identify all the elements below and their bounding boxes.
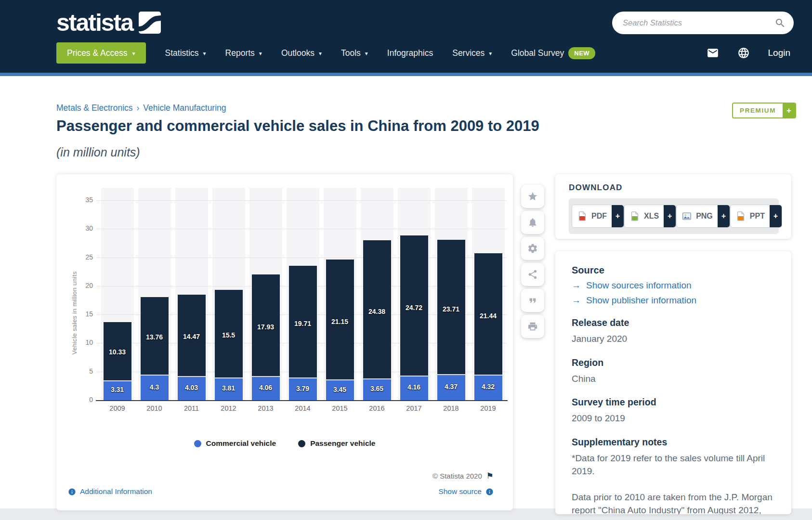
nav-item-outlooks[interactable]: Outlooks▾	[281, 48, 322, 58]
source-link[interactable]: Show sources information	[586, 280, 692, 291]
x-axis-label: 2011	[173, 404, 210, 412]
logo-text: statista	[56, 9, 133, 37]
chart-copyright: © Statista 2020 ⚑	[432, 471, 494, 481]
y-tick-label: 15	[66, 310, 93, 318]
nav-item-services[interactable]: Services▾	[452, 48, 492, 58]
x-axis-label: 2018	[432, 404, 470, 412]
breadcrumb-link[interactable]: Vehicle Manufacturing	[143, 103, 226, 113]
source-link[interactable]: Show publisher information	[586, 295, 696, 306]
globe-icon[interactable]	[737, 47, 750, 59]
bar-value-passenger: 10.33	[101, 348, 134, 356]
source-panel: Source →Show sources information→Show pu…	[555, 251, 791, 514]
show-source-label: Show source	[438, 487, 482, 496]
premium-badge[interactable]: PREMIUM +	[732, 103, 796, 118]
additional-information-link[interactable]: Additional Information	[68, 487, 152, 496]
bar-value-passenger: 21.44	[471, 312, 505, 320]
download-xls-button[interactable]: XLS+	[624, 205, 676, 228]
nav-item-prices-access[interactable]: Prices & Access▾	[56, 42, 146, 64]
download-button-main: XLS	[625, 205, 664, 227]
nav-item-tools[interactable]: Tools▾	[341, 48, 368, 58]
nav-item-label: Global Survey	[511, 48, 564, 58]
nav-item-label: Services	[452, 48, 485, 58]
header-right: Login	[707, 42, 791, 64]
search-input[interactable]	[623, 18, 774, 27]
bar-value-commercial: 4.16	[397, 383, 431, 391]
nav-item-global-survey[interactable]: Global SurveyNEW	[511, 47, 595, 59]
bar-value-commercial: 4.3	[138, 383, 171, 391]
statista-logo[interactable]: statista	[56, 9, 161, 37]
xls-file-icon	[629, 211, 640, 221]
arrow-right-icon: →	[572, 295, 581, 306]
source-field-label: Supplementary notes	[572, 437, 775, 448]
cite-quote-button[interactable]	[521, 289, 544, 312]
download-panel: DOWNLOAD PDF+XLS+PNG+PPT+	[555, 174, 791, 239]
source-field-value: China	[572, 372, 775, 386]
premium-plus-button[interactable]: +	[783, 104, 795, 117]
bar-value-commercial: 3.81	[212, 384, 246, 392]
favorite-star-button[interactable]	[521, 185, 544, 208]
source-field-value: *Data for 2019 refer to the sales volume…	[572, 452, 775, 478]
nav-item-reports[interactable]: Reports▾	[225, 48, 262, 58]
breadcrumb-link[interactable]: Metals & Electronics	[56, 103, 133, 113]
notification-bell-icon	[527, 217, 538, 228]
flag-icon: ⚑	[486, 471, 494, 481]
chart-card-links: Additional Information Show source	[68, 487, 494, 496]
download-pdf-button[interactable]: PDF+	[572, 205, 624, 228]
download-plus-button[interactable]: +	[612, 205, 624, 227]
nav-item-label: Infographics	[387, 48, 433, 58]
premium-label: PREMIUM	[733, 104, 783, 117]
x-axis-label: 2010	[136, 404, 173, 412]
nav-item-infographics[interactable]: Infographics	[387, 48, 433, 58]
y-tick-label: 10	[66, 338, 93, 346]
show-source-link[interactable]: Show source	[438, 487, 494, 496]
nav-item-label: Prices & Access	[67, 48, 127, 58]
y-tick-label: 35	[66, 196, 93, 204]
download-png-button[interactable]: PNG+	[676, 205, 730, 228]
legend-label: Commercial vehicle	[206, 439, 276, 448]
legend-item-passenger-vehicle[interactable]: Passenger vehicle	[298, 439, 375, 448]
bar-value-passenger: 19.71	[286, 320, 320, 327]
source-link-row: →Show publisher information	[572, 295, 775, 306]
source-field-value: January 2020	[572, 332, 775, 346]
bar-value-passenger: 23.71	[434, 305, 468, 313]
chevron-down-icon: ▾	[319, 50, 322, 57]
y-tick-label: 20	[66, 282, 93, 289]
mail-icon[interactable]	[707, 47, 719, 59]
source-field-value: Data prior to 2010 are taken from the J.…	[572, 491, 775, 514]
x-axis-line	[96, 400, 508, 401]
nav-item-statistics[interactable]: Statistics▾	[165, 48, 206, 58]
info-icon	[68, 488, 76, 496]
settings-gear-button[interactable]	[521, 237, 544, 260]
header: statista Prices & Access▾Statistics▾Repo…	[0, 0, 812, 76]
source-heading: Source	[572, 265, 775, 276]
legend-item-commercial-vehicle[interactable]: Commercial vehicle	[194, 439, 276, 448]
chevron-down-icon: ▾	[259, 50, 262, 57]
arrow-right-icon: →	[572, 280, 581, 291]
bar-value-commercial: 4.32	[471, 383, 505, 390]
search-icon[interactable]	[774, 17, 786, 29]
cite-quote-icon	[527, 295, 538, 306]
notification-bell-button[interactable]	[521, 211, 544, 234]
x-axis-label: 2013	[247, 404, 284, 412]
print-button[interactable]	[521, 315, 544, 338]
x-axis-label: 2012	[210, 404, 247, 412]
x-axis-label: 2019	[470, 404, 507, 412]
nav-item-label: Tools	[341, 48, 361, 58]
nav-item-label: Statistics	[165, 48, 199, 58]
download-button-main: PNG	[677, 205, 718, 227]
download-ppt-button[interactable]: PPT+	[730, 205, 782, 228]
download-plus-button[interactable]: +	[718, 205, 730, 227]
bar-value-commercial: 3.79	[286, 385, 320, 392]
share-button[interactable]	[521, 263, 544, 286]
x-axis-label: 2017	[395, 404, 432, 412]
login-link[interactable]: Login	[768, 48, 791, 58]
download-heading: DOWNLOAD	[569, 183, 779, 193]
search-box	[612, 12, 794, 34]
download-plus-button[interactable]: +	[664, 205, 676, 227]
header-accent-stripe	[0, 73, 812, 76]
source-field-label: Region	[572, 357, 775, 368]
download-plus-button[interactable]: +	[770, 205, 782, 227]
chart-action-toolbar	[521, 185, 544, 338]
bar-value-commercial: 3.31	[101, 386, 134, 393]
bar-value-commercial: 4.37	[434, 383, 468, 390]
